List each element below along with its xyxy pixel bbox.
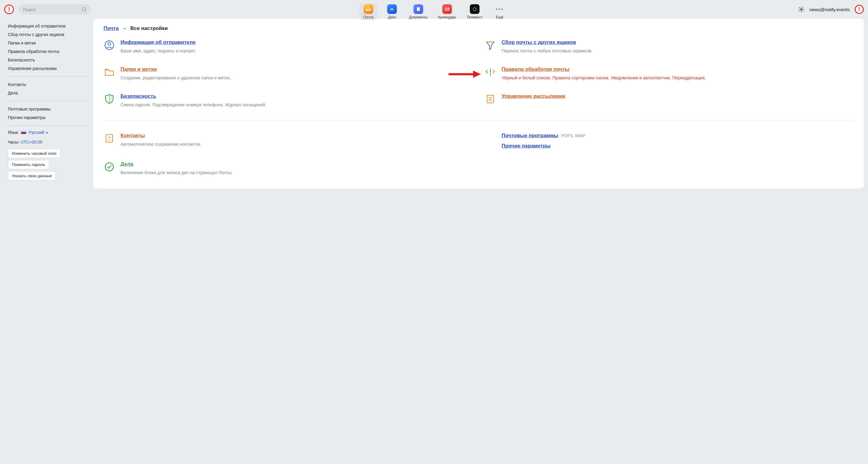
sidebar-item-rules[interactable]: Правила обработки почты: [8, 47, 88, 56]
flag-ru-icon: [21, 130, 26, 134]
layout: Информация об отправителе Сбор почты с д…: [0, 18, 868, 193]
setting-title[interactable]: Папки и метки: [121, 66, 157, 72]
header-left: !: [4, 2, 91, 14]
telemost-icon: [470, 4, 479, 14]
app-mail[interactable]: Почта: [359, 3, 377, 20]
app-telemost[interactable]: Телемост: [464, 3, 485, 20]
user-email[interactable]: news@notify.events: [810, 7, 850, 12]
edit-profile-button[interactable]: Указать свои данные: [8, 171, 56, 181]
search-icon: [82, 7, 87, 12]
setting-folders: Папки и метки Создание, редактирование и…: [103, 66, 472, 81]
svg-point-0: [82, 7, 86, 10]
app-docs[interactable]: Документы: [406, 3, 430, 20]
setting-todo: Дела Включение блока для записи дел на с…: [103, 161, 472, 176]
folder-icon: [103, 66, 115, 78]
divider: [103, 120, 854, 121]
language-label: Язык:: [8, 130, 19, 135]
setting-desc: Ваше имя, адрес, подпись и портрет.: [121, 48, 472, 54]
setting-title[interactable]: Почтовые программы: [501, 133, 558, 138]
breadcrumb: Почта → Все настройки: [103, 26, 854, 31]
language-value[interactable]: Русский ▼: [28, 130, 49, 135]
setting-desc: Чёрный и белый списки. Правила сортировк…: [501, 75, 854, 81]
mail-icon: [364, 4, 373, 14]
setting-title[interactable]: Контакты: [121, 133, 145, 138]
header: ! Почта Диск Документы: [0, 0, 868, 18]
rules-icon: [485, 66, 496, 78]
sidebar-item-collect[interactable]: Сбор почты с других ящиков: [8, 30, 88, 39]
setting-title[interactable]: Сбор почты с других ящиков: [501, 39, 576, 45]
sidebar-item-todo[interactable]: Дела: [8, 89, 88, 97]
more-icon: •••: [495, 4, 504, 14]
sidebar-group-3: Почтовые программы Прочие параметры: [8, 103, 88, 124]
setting-title[interactable]: Управление рассылками: [501, 93, 565, 99]
setting-desc: Автоматическое сохранение контактов.: [121, 141, 472, 148]
shield-icon: [103, 93, 115, 105]
breadcrumb-root[interactable]: Почта: [103, 26, 119, 31]
sidebar-group-2: Контакты Дела: [8, 79, 88, 99]
search-input[interactable]: [18, 4, 91, 14]
svg-point-4: [475, 8, 476, 9]
sidebar-item-sender[interactable]: Информация об отправителе: [8, 22, 88, 30]
main-card: Почта → Все настройки Информация об отпр…: [93, 19, 864, 188]
app-disk[interactable]: Диск: [383, 3, 401, 20]
chevron-down-icon: ▼: [45, 131, 49, 134]
setting-title[interactable]: Дела: [121, 161, 133, 167]
divider: [8, 125, 88, 126]
svg-marker-10: [473, 70, 481, 78]
calendar-badge: 28: [445, 7, 450, 11]
timezone-label: Часы:: [8, 140, 20, 145]
setting-desc: Смена пароля. Подтверждение номера телеф…: [121, 102, 472, 108]
newspaper-icon: [485, 93, 496, 105]
setting-title[interactable]: Правила обработки почты: [501, 66, 569, 72]
app-label: Ещё: [496, 15, 503, 20]
svg-rect-2: [417, 7, 420, 11]
sidebar-item-contacts[interactable]: Контакты: [8, 80, 88, 89]
setting-collect: Сбор почты с других ящиков Перенос почты…: [485, 39, 854, 54]
app-label: Телемост: [467, 15, 483, 20]
disk-icon: [387, 4, 397, 14]
sidebar-item-other[interactable]: Прочие параметры: [8, 113, 88, 122]
other-params-link[interactable]: Прочие параметры: [501, 143, 854, 149]
language-value-text: Русский: [28, 130, 44, 135]
svg-point-17: [105, 163, 114, 171]
sidebar-group-1: Информация об отправителе Сбор почты с д…: [8, 20, 88, 74]
app-more[interactable]: ••• Ещё: [491, 3, 509, 20]
arrow-right-icon: →: [122, 26, 127, 31]
sidebar-item-security[interactable]: Безопасность: [8, 56, 88, 64]
logo-icon[interactable]: !: [4, 4, 14, 14]
setting-title[interactable]: Информация об отправителе: [121, 39, 196, 45]
sidebar-item-subs[interactable]: Управление рассылками: [8, 64, 88, 73]
app-calendar[interactable]: 28 Календарь: [435, 3, 459, 20]
gear-icon[interactable]: [798, 6, 805, 13]
avatar[interactable]: !: [855, 5, 864, 14]
setting-desc: Создание, редактирование и удаление папо…: [121, 75, 472, 81]
timezone-row: Часы: UTC+05:00: [8, 137, 88, 147]
sidebar-item-folders[interactable]: Папки и метки: [8, 39, 88, 47]
calendar-icon: 28: [442, 4, 452, 14]
placeholder-icon: [485, 133, 496, 144]
setting-sender: Информация об отправителе Ваше имя, адре…: [103, 39, 472, 54]
setting-note: POP3, IMAP: [561, 133, 585, 138]
sidebar: Информация об отправителе Сбор почты с д…: [4, 19, 89, 188]
settings-grid: Информация об отправителе Ваше имя, адре…: [103, 39, 854, 176]
setting-subs: Управление рассылками: [485, 93, 854, 108]
change-timezone-button[interactable]: Изменить часовой пояс: [8, 149, 61, 158]
setting-clients: Почтовые программы POP3, IMAP Прочие пар…: [485, 133, 854, 149]
search-wrap: [18, 4, 91, 14]
docs-icon: [413, 4, 423, 14]
breadcrumb-current: Все настройки: [130, 26, 168, 31]
setting-desc: Перенос почты с любых почтовых сервисов.: [501, 48, 854, 54]
svg-point-16: [108, 136, 110, 138]
timezone-value[interactable]: UTC+05:00: [21, 140, 42, 145]
funnel-icon: [485, 39, 496, 51]
setting-title[interactable]: Безопасность: [121, 93, 156, 99]
sidebar-item-clients[interactable]: Почтовые программы: [8, 105, 88, 113]
language-row: Язык: Русский ▼: [8, 127, 88, 137]
setting-security: Безопасность Смена пароля. Подтверждение…: [103, 93, 472, 108]
app-switcher: Почта Диск Документы 28 Календарь: [359, 2, 508, 20]
app-label: Почта: [364, 15, 373, 20]
app-label: Диск: [388, 15, 396, 20]
change-password-button[interactable]: Поменять пароль: [8, 160, 49, 169]
app-label: Документы: [409, 15, 428, 20]
contacts-icon: [103, 133, 115, 144]
